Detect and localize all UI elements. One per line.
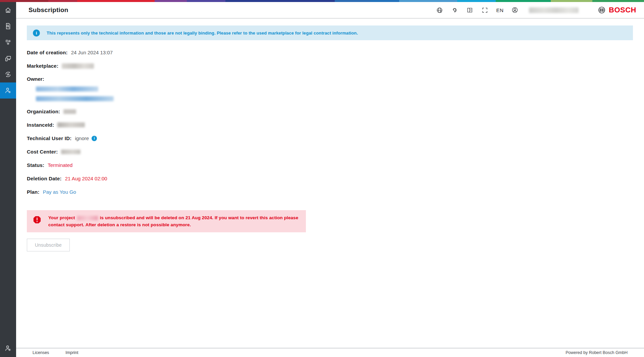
globe-icon[interactable] (436, 6, 443, 14)
redacted-project-name (77, 216, 98, 220)
field-label: Technical User ID: (27, 135, 71, 141)
warning-icon (33, 216, 41, 224)
page-title: Subscription (29, 6, 68, 14)
licenses-link[interactable]: Licenses (33, 350, 49, 355)
sidebar-item-sync[interactable] (0, 66, 16, 82)
field-label: Marketplace: (27, 63, 58, 69)
gears-icon (4, 39, 12, 46)
sidebar (0, 2, 16, 357)
user-gear-icon (4, 345, 12, 352)
svg-text:?: ? (470, 8, 472, 11)
unsubscribe-button[interactable]: Unsubscribe (27, 239, 70, 251)
sidebar-item-devices[interactable] (0, 50, 16, 66)
powered-by-text: Powered by Robert Bosch GmbH (566, 350, 628, 355)
support-headset-icon[interactable] (451, 6, 459, 14)
header: Subscription (16, 2, 644, 18)
user-gear-icon (4, 87, 12, 94)
redacted-marketplace-value (62, 63, 94, 69)
field-organization: Organization: (27, 108, 633, 115)
redacted-instance-id-value (57, 122, 85, 127)
deletion-date-value: 21 Aug 2024 02:00 (65, 175, 107, 182)
account-icon[interactable] (511, 6, 519, 14)
footer: Licenses Imprint Powered by Robert Bosch… (16, 348, 644, 357)
sync-gear-icon (4, 71, 12, 78)
field-label: Owner: (27, 76, 44, 82)
sidebar-item-home[interactable] (0, 2, 16, 18)
field-label: Date of creation: (27, 49, 68, 56)
field-value: ignore (75, 135, 89, 141)
info-banner: i This represents only the technical inf… (27, 25, 633, 40)
redacted-organization-value (63, 109, 76, 114)
field-label: Plan: (27, 189, 40, 195)
field-label: Status: (27, 162, 44, 168)
warning-banner: Your projectis unsubscribed and will be … (27, 210, 306, 232)
main-content: i This represents only the technical inf… (16, 18, 644, 348)
field-label: InstanceId: (27, 122, 54, 128)
technical-user-info-icon[interactable]: i (92, 136, 97, 141)
field-label: Deletion Date: (27, 175, 62, 182)
help-book-icon[interactable]: ? (466, 6, 474, 14)
field-cost-center: Cost Center: (27, 148, 633, 155)
bosch-wordmark: BOSCH (609, 6, 636, 14)
sidebar-item-services[interactable] (0, 34, 16, 50)
plan-value: Pay as You Go (43, 189, 76, 195)
devices-icon (4, 55, 12, 62)
sidebar-item-user-management-bottom[interactable] (0, 340, 16, 356)
redacted-cost-center-value (61, 150, 80, 154)
imprint-link[interactable]: Imprint (65, 350, 78, 355)
language-selector[interactable]: EN (496, 7, 503, 13)
redacted-owner-email-1[interactable] (36, 86, 98, 92)
field-status: Status: Terminated (27, 162, 633, 168)
home-icon (4, 6, 12, 14)
warning-text: Your projectis unsubscribed and will be … (48, 214, 300, 228)
field-marketplace: Marketplace: (27, 63, 633, 69)
warning-text-before: Your project (48, 215, 75, 220)
bosch-logo: BOSCH (598, 6, 636, 14)
field-owner: Owner: (27, 76, 633, 101)
field-value: 24 Jun 2024 13:07 (71, 49, 113, 56)
redacted-user-name (529, 7, 579, 13)
status-value: Terminated (48, 162, 72, 168)
sidebar-item-user-management[interactable] (0, 82, 16, 99)
field-plan: Plan: Pay as You Go (27, 189, 633, 195)
field-date-of-creation: Date of creation: 24 Jun 2024 13:07 (27, 49, 633, 56)
document-search-icon (4, 22, 12, 30)
info-icon: i (33, 29, 40, 37)
redacted-owner-email-2[interactable] (36, 96, 114, 101)
info-banner-text: This represents only the technical infor… (47, 31, 358, 36)
field-instance-id: InstanceId: (27, 122, 633, 128)
bosch-anchor-icon (598, 6, 606, 14)
field-technical-user-id: Technical User ID: ignore i (27, 135, 633, 141)
field-label: Organization: (27, 108, 60, 115)
field-deletion-date: Deletion Date: 21 Aug 2024 02:00 (27, 175, 633, 182)
field-label: Cost Center: (27, 148, 58, 155)
fullscreen-icon[interactable] (481, 6, 489, 14)
sidebar-item-document-search[interactable] (0, 18, 16, 34)
